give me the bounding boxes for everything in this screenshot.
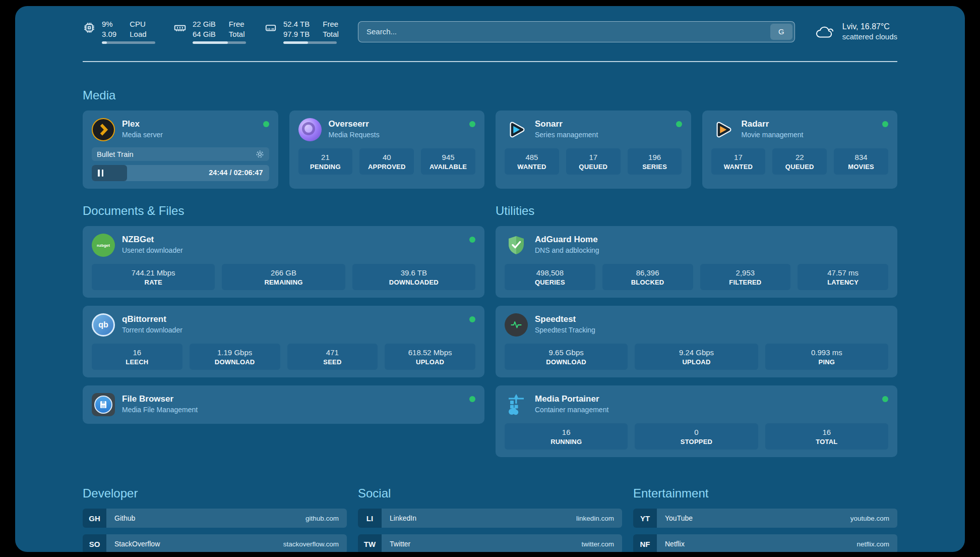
stat-value: 618.52 Mbps (386, 348, 474, 357)
bookmark-name: Twitter (390, 540, 410, 548)
filebrowser-icon (92, 393, 115, 416)
stat-value: 16 (93, 348, 181, 357)
adguard-name: AdGuard Home (535, 235, 888, 245)
stat-value: 21 (299, 153, 352, 161)
stat-box: 9.24 Gbps UPLOAD (635, 344, 758, 370)
memory-icon (173, 21, 187, 34)
stat-label: UPLOAD (386, 358, 474, 366)
stat-label: LEECH (93, 358, 181, 366)
stat-value: 485 (506, 153, 558, 161)
qbittorrent-card[interactable]: qb qBittorrent Torrent downloader 16 LEE… (83, 306, 484, 377)
pause-button[interactable] (98, 170, 103, 177)
section-developer: Developer GH Github github.com SO StackO… (83, 486, 347, 552)
bookmark-twitter[interactable]: TW Twitter twitter.com (358, 534, 622, 552)
cloud-icon (814, 23, 835, 41)
plex-icon (92, 118, 115, 141)
stat-label: UPLOAD (636, 358, 757, 366)
bookmark-linkedin[interactable]: LI LinkedIn linkedin.com (358, 509, 622, 528)
cpu-icon (83, 21, 96, 34)
stat-value: 9.65 Gbps (506, 348, 627, 357)
bookmark-netflix[interactable]: NF Netflix netflix.com (633, 534, 897, 552)
memory-progress-bar (193, 41, 246, 44)
now-playing-title: Bullet Train (97, 150, 134, 158)
search-engine-button[interactable]: G (770, 24, 792, 40)
bookmark-url: stackoverflow.com (283, 540, 339, 548)
speedtest-subtitle: Speedtest Tracking (535, 326, 888, 334)
stat-box: 17 QUEUED (566, 148, 621, 175)
bookmark-url: linkedin.com (576, 515, 614, 522)
stat-box: 16 RUNNING (505, 423, 628, 450)
stat-value: 17 (712, 153, 765, 161)
radarr-icon (711, 118, 734, 141)
stat-box: 196 SERIES (628, 148, 682, 175)
plex-card[interactable]: Plex Media server Bullet Train (83, 110, 278, 189)
filebrowser-subtitle: Media File Management (122, 406, 462, 414)
stat-box: 22 QUEUED (772, 148, 827, 175)
stat-label: QUEUED (773, 163, 826, 171)
bookmark-name: Github (114, 514, 135, 522)
storage-total-label: Total (323, 29, 339, 39)
stat-value: 1.19 Gbps (191, 348, 279, 357)
bookmark-name: LinkedIn (390, 514, 416, 522)
memory-total-value: 64 GiB (193, 29, 216, 39)
stat-label: PING (766, 358, 887, 366)
stat-box: 40 APPROVED (359, 148, 414, 175)
stat-value: 16 (766, 428, 887, 436)
search-input[interactable] (358, 21, 795, 42)
developer-section-title: Developer (83, 486, 347, 500)
bookmark-youtube[interactable]: YT YouTube youtube.com (633, 509, 897, 528)
speedtest-icon (505, 313, 528, 337)
stat-value: 22 (773, 153, 826, 161)
radarr-card[interactable]: Radarr Movie management 17 WANTED 22 QUE… (702, 110, 898, 189)
stat-value: 834 (835, 153, 887, 161)
sonarr-status-dot (676, 121, 682, 127)
portainer-icon (505, 393, 528, 416)
overseerr-card[interactable]: Overseerr Media Requests 21 PENDING 40 A… (289, 110, 485, 189)
stat-box: 86,396 BLOCKED (602, 264, 693, 290)
header-separator (83, 61, 897, 62)
bookmark-abbr: LI (358, 509, 382, 528)
playback-progress-bar[interactable]: 24:44 / 02:06:47 (92, 165, 269, 181)
bookmark-github[interactable]: GH Github github.com (83, 509, 347, 528)
section-entertainment: Entertainment YT YouTube youtube.com NF … (633, 486, 897, 552)
stat-label: MOVIES (835, 163, 887, 171)
stat-value: 16 (506, 428, 627, 436)
qbittorrent-status-dot (469, 316, 475, 322)
stat-box: 744.21 Mbps RATE (92, 264, 215, 290)
bookmark-name: YouTube (665, 514, 693, 522)
stat-label: SEED (288, 358, 377, 366)
overseerr-subtitle: Media Requests (329, 131, 463, 139)
stat-value: 744.21 Mbps (93, 268, 214, 277)
sonarr-card[interactable]: Sonarr Series management 485 WANTED 17 Q… (496, 110, 691, 189)
memory-widget: 22 GiB 64 GiB Free Total (173, 19, 246, 44)
portainer-card[interactable]: Media Portainer Container management 16 … (496, 385, 897, 457)
overseerr-status-dot (469, 121, 475, 127)
stat-label: QUERIES (506, 278, 594, 286)
top-bar: 9% 3.09 CPU Load (83, 19, 897, 44)
nzbget-icon-text: nzbget (97, 243, 110, 248)
radarr-subtitle: Movie management (742, 131, 876, 139)
storage-free-label: Free (323, 19, 339, 29)
nzbget-name: NZBGet (122, 235, 462, 245)
nzbget-card[interactable]: nzbget NZBGet Usenet downloader 744.21 M… (83, 226, 484, 298)
stat-value: 9.24 Gbps (636, 348, 757, 357)
bookmark-stackoverflow[interactable]: SO StackOverflow stackoverflow.com (83, 534, 347, 552)
weather-condition: scattered clouds (842, 32, 897, 41)
speedtest-card[interactable]: Speedtest Speedtest Tracking 9.65 Gbps D… (496, 306, 897, 377)
stat-box: 485 WANTED (505, 148, 559, 175)
now-playing-settings-icon[interactable] (256, 150, 264, 158)
bookmark-url: github.com (305, 515, 339, 522)
stat-label: DOWNLOADED (353, 278, 474, 286)
weather-location: Lviv, 16.87°C (842, 22, 897, 31)
section-social: Social LI LinkedIn linkedin.com TW Twitt… (358, 486, 622, 552)
filebrowser-card[interactable]: File Browser Media File Management (83, 385, 484, 424)
sonarr-name: Sonarr (535, 119, 669, 129)
utilities-section-title: Utilities (496, 204, 897, 218)
radarr-name: Radarr (742, 119, 876, 129)
stat-label: BLOCKED (603, 278, 692, 286)
memory-free-label: Free (229, 19, 245, 29)
adguard-card[interactable]: AdGuard Home DNS and adblocking 498,508 … (496, 226, 897, 298)
bookmark-url: youtube.com (850, 515, 889, 522)
media-section-title: Media (83, 88, 897, 102)
plex-name: Plex (122, 119, 256, 129)
